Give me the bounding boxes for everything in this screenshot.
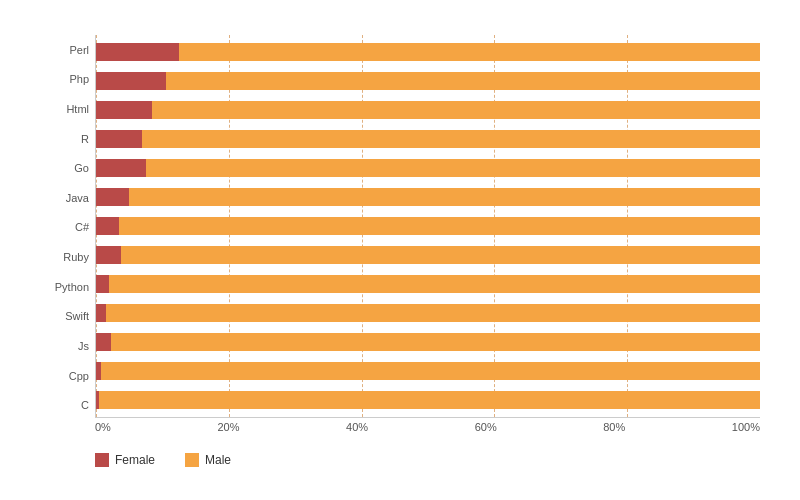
bar-male: [121, 246, 760, 264]
bar-female: [96, 72, 166, 90]
y-label: C: [81, 394, 89, 416]
bar-female: [96, 43, 179, 61]
y-label: C#: [75, 216, 89, 238]
y-label: Cpp: [69, 365, 89, 387]
legend: Female Male: [40, 445, 760, 475]
x-label: 60%: [475, 421, 497, 440]
y-label: R: [81, 128, 89, 150]
bar-row: [96, 391, 760, 409]
bar-female: [96, 159, 146, 177]
legend-item-female: Female: [95, 453, 155, 467]
bar-row: [96, 130, 760, 148]
bar-male: [129, 188, 760, 206]
y-label: Python: [55, 276, 89, 298]
bar-row: [96, 304, 760, 322]
x-axis: 0%20%40%60%80%100%: [95, 418, 760, 440]
bar-male: [119, 217, 760, 235]
bars-rows: [96, 35, 760, 417]
y-label: Ruby: [63, 246, 89, 268]
bar-male: [142, 130, 760, 148]
bar-male: [106, 304, 760, 322]
bar-row: [96, 333, 760, 351]
bar-row: [96, 188, 760, 206]
bars-and-xaxis: 0%20%40%60%80%100%: [95, 35, 760, 440]
y-label: Go: [74, 157, 89, 179]
x-label: 0%: [95, 421, 111, 440]
y-label: Perl: [69, 39, 89, 61]
male-swatch: [185, 453, 199, 467]
bar-male: [111, 333, 760, 351]
bar-female: [96, 246, 121, 264]
bar-female: [96, 333, 111, 351]
bar-male: [179, 43, 760, 61]
y-label: Php: [69, 68, 89, 90]
x-label: 100%: [732, 421, 760, 440]
y-label: Swift: [65, 305, 89, 327]
bars-area: [95, 35, 760, 418]
bar-row: [96, 72, 760, 90]
bar-female: [96, 275, 109, 293]
bar-male: [166, 72, 760, 90]
bar-female: [96, 130, 142, 148]
bar-male: [109, 275, 760, 293]
bar-row: [96, 246, 760, 264]
bar-female: [96, 188, 129, 206]
bar-male: [101, 362, 760, 380]
bar-female: [96, 217, 119, 235]
y-label: Java: [66, 187, 89, 209]
bar-female: [96, 101, 152, 119]
x-label: 20%: [217, 421, 239, 440]
bar-row: [96, 43, 760, 61]
x-label: 80%: [603, 421, 625, 440]
female-swatch: [95, 453, 109, 467]
legend-item-male: Male: [185, 453, 231, 467]
bar-row: [96, 159, 760, 177]
bar-row: [96, 217, 760, 235]
chart-area: PerlPhpHtmlRGoJavaC#RubyPythonSwiftJsCpp…: [40, 35, 760, 440]
female-label: Female: [115, 453, 155, 467]
male-label: Male: [205, 453, 231, 467]
bar-female: [96, 304, 106, 322]
chart-container: PerlPhpHtmlRGoJavaC#RubyPythonSwiftJsCpp…: [20, 15, 780, 485]
bar-row: [96, 275, 760, 293]
y-label: Html: [66, 98, 89, 120]
y-axis: PerlPhpHtmlRGoJavaC#RubyPythonSwiftJsCpp…: [40, 35, 95, 440]
bar-row: [96, 362, 760, 380]
bar-male: [152, 101, 760, 119]
bar-male: [99, 391, 760, 409]
x-label: 40%: [346, 421, 368, 440]
bar-row: [96, 101, 760, 119]
y-label: Js: [78, 335, 89, 357]
bar-male: [146, 159, 760, 177]
